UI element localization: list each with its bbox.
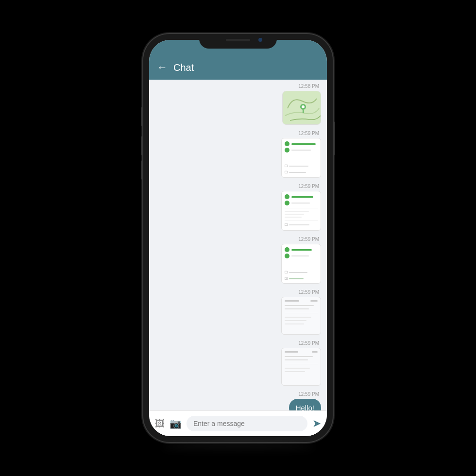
camera-icon[interactable]: 📷 [170,418,182,429]
gallery-icon[interactable]: 🖼 [155,418,165,429]
list-item: 12:58 PM [155,84,321,125]
list-item: 12:59 PM [155,289,321,335]
phone-reflection [162,442,314,452]
phone-frame: ← Chat 12:58 PM [143,34,333,442]
message-timestamp: 12:59 PM [298,340,321,346]
doc-card[interactable]: ☐ ☑ [281,244,321,284]
doc-card[interactable]: ☐ ☐ [281,138,321,178]
send-button[interactable]: ➤ [312,417,321,430]
notch [199,34,277,49]
message-timestamp: 12:59 PM [298,289,321,295]
message-timestamp: 12:59 PM [298,184,321,189]
message-input[interactable] [187,416,307,431]
plain-card[interactable] [281,297,321,335]
list-item: 12:59 PM ☐ [155,131,321,178]
chat-area[interactable]: 12:58 PM 12:59 PM [149,80,327,410]
chat-title: Chat [173,62,194,73]
doc-card[interactable]: ☐ [281,191,321,231]
message-timestamp: 12:58 PM [298,84,321,89]
phone-screen: ← Chat 12:58 PM [149,40,327,436]
message-bubble: Hello! [289,399,321,410]
speaker [226,39,250,41]
map-thumbnail[interactable] [282,91,321,125]
svg-point-2 [302,105,305,108]
list-item: 12:59 PM Hello! [155,391,321,410]
list-item: 12:59 PM [155,340,321,386]
message-timestamp: 12:59 PM [298,237,321,242]
list-item: 12:59 PM ☐ [155,237,321,284]
list-item: 12:59 PM ☐ [155,184,321,231]
back-button[interactable]: ← [157,61,168,74]
message-timestamp: 12:59 PM [298,391,321,397]
message-input-bar: 🖼 📷 ➤ [149,410,327,436]
plain-card[interactable] [281,348,321,386]
camera-dot [258,38,262,42]
message-timestamp: 12:59 PM [298,131,321,136]
